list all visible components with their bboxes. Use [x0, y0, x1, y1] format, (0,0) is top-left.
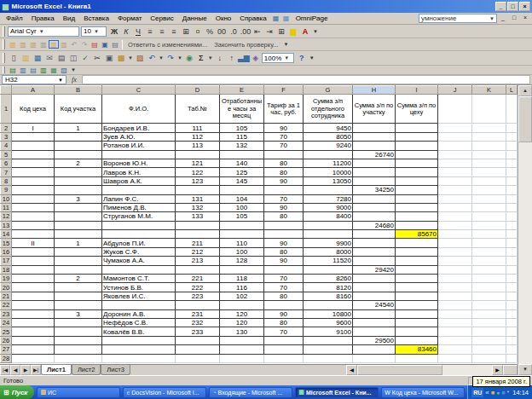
folder-icon-3[interactable]: ▥ — [28, 40, 38, 49]
cell-D8[interactable]: 123 — [176, 176, 220, 185]
cell-L6[interactable] — [506, 159, 518, 167]
folder-icon-4[interactable]: ▥ — [38, 40, 49, 49]
cell-I13[interactable] — [396, 221, 438, 229]
cell-I24[interactable] — [396, 318, 438, 327]
cell-J25[interactable] — [438, 327, 472, 336]
cell-H2[interactable] — [353, 124, 396, 132]
cell-A9[interactable] — [12, 186, 55, 194]
cell-K11[interactable] — [472, 203, 506, 211]
menu-icon-2[interactable]: ▦ — [281, 14, 292, 22]
cell-E4[interactable]: 132 — [220, 142, 264, 150]
cell-F5[interactable] — [264, 150, 304, 159]
cell-F11[interactable]: 90 — [264, 203, 304, 211]
cell-G15[interactable]: 9900 — [304, 239, 353, 247]
cell-B3[interactable] — [55, 132, 102, 141]
cell-E3[interactable]: 115 — [220, 132, 264, 141]
cell-L27[interactable] — [506, 345, 518, 354]
cell-L18[interactable] — [506, 265, 518, 274]
cell-B1[interactable]: Код участка — [55, 95, 102, 124]
cell-G10[interactable]: 7280 — [304, 194, 353, 203]
cell-L7[interactable] — [506, 168, 518, 176]
maximize-button[interactable]: □ — [507, 2, 518, 11]
cell-G1[interactable]: Сумма з/п отдельного сотрудника — [304, 95, 353, 124]
cell-C3[interactable]: Зуев А.Ю. — [102, 132, 176, 141]
cell-E2[interactable]: 105 — [220, 124, 264, 132]
tray-icon-4[interactable]: * — [506, 390, 509, 396]
thousands-separator-button[interactable]: 00 — [216, 26, 228, 37]
sort-descending-icon[interactable]: ↑ — [226, 53, 238, 64]
cell-C2[interactable]: Бондарев И.В. — [102, 124, 176, 132]
cell-H13[interactable]: 24680 — [353, 221, 396, 229]
cell-H25[interactable] — [353, 327, 396, 336]
cell-K3[interactable] — [472, 132, 506, 141]
cell-A2[interactable]: I — [12, 124, 55, 132]
cell-A15[interactable]: II — [12, 239, 55, 247]
print-preview-icon[interactable]: ◫ — [67, 53, 79, 64]
cell-I16[interactable] — [396, 247, 438, 256]
cell-B5[interactable] — [55, 150, 102, 159]
cell-D20[interactable]: 222 — [176, 283, 220, 292]
cell-F21[interactable]: 80 — [264, 292, 304, 300]
column-header-H[interactable]: H — [353, 86, 396, 95]
cell-J12[interactable] — [438, 212, 472, 221]
cell-J10[interactable] — [438, 194, 472, 203]
cell-I2[interactable] — [396, 124, 438, 132]
cell-H6[interactable] — [353, 159, 396, 167]
cell-B12[interactable] — [55, 212, 102, 221]
folder-icon-2[interactable]: ▥ — [18, 40, 28, 49]
cell-D4[interactable]: 113 — [176, 142, 220, 150]
cell-K12[interactable] — [472, 212, 506, 221]
cell-C12[interactable]: Струганов М.М. — [102, 212, 176, 221]
decrease-decimal-button[interactable]: .00 — [240, 26, 252, 37]
row-header-18[interactable]: 18 — [1, 265, 12, 274]
select-all-corner[interactable] — [1, 86, 12, 95]
cell-J8[interactable] — [438, 176, 472, 185]
cell-G18[interactable] — [304, 265, 353, 274]
cell-F24[interactable]: 80 — [264, 318, 304, 327]
new-document-icon[interactable]: ▯ — [8, 53, 20, 64]
name-box[interactable]: H32 ▼ — [2, 75, 66, 84]
menu-item-omnipage[interactable]: OmniPage — [292, 14, 332, 23]
cell-G22[interactable] — [304, 301, 353, 309]
cell-B20[interactable] — [55, 283, 102, 292]
cell-F19[interactable]: 70 — [264, 275, 304, 283]
cell-H16[interactable] — [353, 247, 396, 256]
cell-K28[interactable] — [472, 354, 506, 362]
cell-D10[interactable]: 131 — [176, 194, 220, 203]
cell-L17[interactable] — [506, 257, 518, 265]
cell-I28[interactable] — [396, 354, 438, 362]
cell-J18[interactable] — [438, 265, 472, 274]
cell-F26[interactable] — [264, 336, 304, 344]
align-center-button[interactable]: ≡ — [156, 26, 168, 37]
cell-H1[interactable]: Сумма з/п по участку — [353, 95, 396, 124]
menu-item-7[interactable]: Данные — [178, 14, 211, 23]
cell-I23[interactable] — [396, 309, 438, 318]
cell-A14[interactable] — [12, 230, 55, 239]
cell-L3[interactable] — [506, 132, 518, 141]
cell-C23[interactable]: Доронин А.В. — [102, 309, 176, 318]
decrease-indent-button[interactable]: ⇤ — [252, 26, 263, 37]
language-indicator[interactable]: RU — [471, 388, 483, 397]
cell-I20[interactable] — [396, 283, 438, 292]
cell-C5[interactable] — [102, 150, 176, 159]
cell-I3[interactable] — [396, 132, 438, 141]
cell-E18[interactable] — [220, 265, 264, 274]
cell-H4[interactable] — [353, 142, 396, 150]
cell-K21[interactable] — [472, 292, 506, 300]
row-header-15[interactable]: 15 — [1, 239, 12, 247]
column-header-J[interactable]: J — [438, 86, 472, 95]
cell-H10[interactable] — [353, 194, 396, 203]
cell-D24[interactable]: 232 — [176, 318, 220, 327]
row-header-1[interactable]: 1 — [1, 95, 12, 124]
row-header-6[interactable]: 6 — [1, 159, 12, 167]
cell-J7[interactable] — [438, 168, 472, 176]
toolbar-grip[interactable] — [3, 26, 5, 37]
cell-H8[interactable] — [353, 176, 396, 185]
cell-L22[interactable] — [506, 301, 518, 309]
autosum-icon[interactable]: Σ — [195, 53, 207, 64]
cell-B18[interactable] — [55, 265, 102, 274]
cell-A6[interactable] — [12, 159, 55, 167]
cell-F23[interactable]: 90 — [264, 309, 304, 318]
cell-E21[interactable]: 102 — [220, 292, 264, 300]
cell-E20[interactable]: 116 — [220, 283, 264, 292]
